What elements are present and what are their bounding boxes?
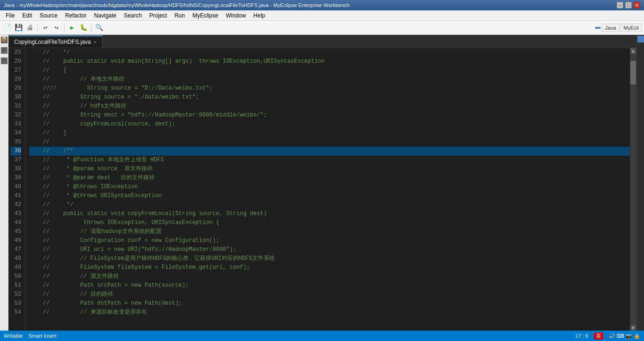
status-position: 17 : 6: [575, 333, 588, 339]
menu-refactor[interactable]: Refactor: [61, 11, 90, 20]
code-content[interactable]: // */ // public static void main(String[…: [25, 48, 630, 331]
sidebar-packages-icon[interactable]: 📦: [1, 37, 8, 43]
scroll-down-button[interactable]: ▼: [630, 325, 636, 331]
window-controls: ─ □ ✕: [617, 2, 640, 8]
menu-search[interactable]: Search: [120, 11, 146, 20]
status-right: 17 : 6 英 🔊 ⌨ 📷 🔒: [575, 333, 640, 340]
code-area: 2526272829303132333435363738394041424344…: [8, 48, 636, 331]
sidebar-hierarchy-icon[interactable]: ⊞: [1, 47, 8, 54]
run-button[interactable]: ▶: [67, 23, 77, 33]
scroll-up-button[interactable]: ▲: [630, 48, 636, 54]
toolbar-separator-3: [91, 24, 91, 32]
scroll-track: [630, 54, 636, 325]
tab-bar: CopyingLocalFileToHDFS.java ×: [8, 35, 636, 48]
myeclipse-label[interactable]: MyEcli: [620, 24, 642, 32]
editor-container: CopyingLocalFileToHDFS.java × 2526272829…: [8, 35, 636, 331]
status-icons: 🔊 ⌨ 📷 🔒: [609, 333, 640, 339]
menu-source[interactable]: Source: [36, 11, 61, 20]
main-layout: 📦 ⊞ ≡ CopyingLocalFileToHDFS.java × 2526…: [0, 35, 644, 331]
tab-label: CopyingLocalFileToHDFS.java: [14, 39, 91, 45]
title-text: Java - myWholeHadoop/src/main/java/zhoul…: [4, 2, 349, 8]
menu-project[interactable]: Project: [146, 11, 171, 20]
tab-close-button[interactable]: ×: [94, 39, 97, 45]
scroll-thumb[interactable]: [630, 61, 636, 84]
menu-window[interactable]: Window: [222, 11, 250, 20]
menu-bar: File Edit Source Refactor Navigate Searc…: [0, 10, 644, 21]
status-insert-mode: Smart Insert: [28, 333, 57, 339]
right-annotation-bar: [636, 35, 644, 331]
scrollbar[interactable]: ▲ ▼: [630, 48, 636, 331]
debug-button[interactable]: 🐛: [78, 23, 89, 33]
toolbar: 📄 💾 🖨 ↩ ↪ ▶ 🐛 🔍 Java MyEcli: [0, 21, 644, 35]
print-button[interactable]: 🖨: [25, 23, 35, 33]
status-encoding: 英: [594, 333, 603, 340]
toolbar-separator-1: [37, 24, 38, 32]
perspective-label[interactable]: Java: [602, 24, 619, 32]
menu-myeclipse[interactable]: MyEclipse: [189, 11, 222, 20]
menu-edit[interactable]: Edit: [18, 11, 36, 20]
menu-run[interactable]: Run: [171, 11, 189, 20]
maximize-button[interactable]: □: [625, 2, 632, 8]
annotation-marker: [637, 36, 644, 42]
save-button[interactable]: 💾: [13, 23, 24, 33]
menu-file[interactable]: File: [2, 11, 18, 20]
perspective-java[interactable]: [595, 27, 601, 29]
status-writable: Writable: [4, 333, 23, 339]
redo-button[interactable]: ↪: [51, 23, 62, 33]
close-button[interactable]: ✕: [634, 2, 640, 8]
title-bar: Java - myWholeHadoop/src/main/java/zhoul…: [0, 0, 644, 10]
left-sidebar: 📦 ⊞ ≡: [0, 35, 8, 331]
minimize-button[interactable]: ─: [617, 2, 623, 8]
toolbar-separator-2: [64, 24, 65, 32]
menu-navigate[interactable]: Navigate: [90, 11, 120, 20]
menu-help[interactable]: Help: [250, 11, 269, 20]
sidebar-outline-icon[interactable]: ≡: [1, 58, 8, 64]
undo-button[interactable]: ↩: [40, 23, 50, 33]
tab-copyinglocalfiletohdfs[interactable]: CopyingLocalFileToHDFS.java ×: [8, 35, 103, 48]
status-bar: Writable Smart Insert 17 : 6 英 🔊 ⌨ 📷 🔒: [0, 331, 644, 341]
new-button[interactable]: 📄: [2, 23, 12, 33]
search-button[interactable]: 🔍: [94, 23, 104, 33]
line-numbers: 2526272829303132333435363738394041424344…: [8, 48, 25, 331]
status-left: Writable Smart Insert: [4, 333, 57, 339]
